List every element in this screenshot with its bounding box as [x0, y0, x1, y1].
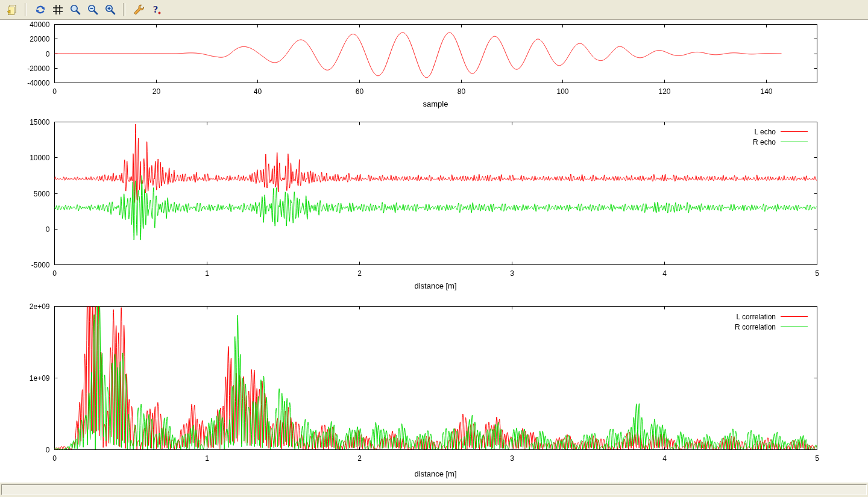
zoom-in-icon [104, 4, 116, 16]
copy-to-clipboard-icon [6, 4, 18, 16]
copy-to-clipboard-button[interactable] [4, 2, 20, 18]
zoom-out-icon [87, 4, 99, 16]
help-button[interactable]: ? [148, 2, 164, 18]
toolbar-separator [25, 3, 27, 16]
help-icon: ? [150, 4, 162, 16]
zoom-out-button[interactable] [84, 2, 101, 18]
replot-button[interactable] [32, 2, 48, 18]
toolbar-separator [123, 3, 125, 16]
gnuplot-window: ? sample distance [m] distance [m] L ech… [0, 0, 868, 497]
echo-chart-canvas[interactable] [0, 119, 868, 300]
toggle-grid-icon [52, 4, 64, 16]
configure-icon [133, 4, 145, 16]
zoom-previous-button[interactable] [67, 2, 83, 18]
toolbar: ? [0, 0, 868, 20]
zoom-in-button[interactable] [102, 2, 118, 18]
svg-text:?: ? [153, 4, 158, 15]
correlation-chart-canvas[interactable] [0, 300, 868, 482]
replot-icon [34, 4, 46, 16]
status-text [1, 484, 867, 495]
pulse-chart-canvas[interactable] [0, 20, 868, 119]
status-bar [0, 482, 868, 497]
configure-button[interactable] [130, 2, 146, 18]
zoom-previous-icon [69, 4, 81, 16]
toggle-grid-button[interactable] [49, 2, 66, 18]
